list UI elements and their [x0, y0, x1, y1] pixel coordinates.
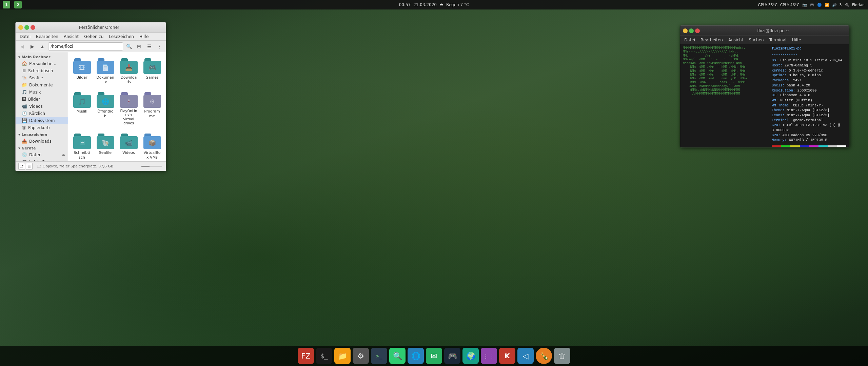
steam-icon: 🎮 — [448, 352, 457, 360]
file-item-games[interactable]: 🎮 Games — [142, 56, 162, 87]
menu-hilfe[interactable]: Hilfe — [137, 34, 151, 40]
taskbar-finder[interactable]: 🔍 — [389, 348, 406, 364]
sidebar-header-lesezeichen[interactable]: ▾ Lesezeichen — [16, 131, 68, 138]
search-button[interactable]: 🔍 — [124, 42, 133, 51]
sidebar-item-daten[interactable]: 💿 Daten ⏏ — [16, 151, 68, 158]
panel-user: Florian — [852, 3, 865, 7]
neofetch-info-os: OS: Linux Mint 19.3 Tricia x86_64 — [772, 58, 846, 63]
taskbar-code[interactable]: ◁ — [517, 348, 534, 364]
terminal-window: flozi@flozi-pc:~ Datei Bearbeiten Ansich… — [680, 25, 849, 147]
minimize-button[interactable] — [683, 28, 688, 33]
menu-button[interactable]: ⋮ — [155, 42, 164, 51]
color-swatch — [781, 145, 791, 147]
list-view-button[interactable]: ☰ — [145, 42, 154, 51]
file-item-playonlinux[interactable]: 🍷 PlayOnLinux'svirtual drives — [118, 89, 139, 128]
taskbar-files[interactable]: 📁 — [334, 348, 351, 364]
fm-content: 🖼 Bilder 📄 Dokumente 📥 — [68, 52, 166, 161]
trash-icon: 🗑 — [558, 352, 566, 360]
folder-icon: ⚙ — [143, 92, 161, 108]
sidebar-item-musik[interactable]: 🎵 Musik — [16, 88, 68, 96]
maximize-button[interactable] — [24, 25, 29, 30]
taskbar-terminal[interactable]: $_ — [316, 348, 332, 364]
folder-icon: 📄 — [97, 58, 114, 74]
file-item-virtualbox[interactable]: 📦 VirtualBox VMs — [142, 131, 162, 161]
term-menu-suchen[interactable]: Suchen — [747, 37, 766, 43]
workspace-1[interactable]: 1 — [3, 1, 10, 8]
sidebar-item-dokumente[interactable]: 📁 Dokumente — [16, 81, 68, 88]
sidebar-item-downloads[interactable]: 📥 Downloads — [16, 138, 68, 145]
sidebar-item-kuerzlich[interactable]: 🕐 Kürzlich — [16, 110, 68, 117]
window-controls — [18, 25, 35, 30]
maximize-button[interactable] — [689, 28, 694, 33]
workspace-2[interactable]: 2 — [14, 1, 22, 8]
file-item-bilder[interactable]: 🖼 Bilder — [72, 56, 92, 87]
sidebar-item-seafile[interactable]: 🐚 Seafile — [16, 74, 68, 81]
file-item-videos[interactable]: 📹 Videos — [118, 131, 139, 161]
close-button[interactable] — [31, 25, 35, 30]
panel-workspaces: 1 2 — [0, 1, 22, 8]
sidebar-item-persoenlich[interactable]: 🏠 Persönliche... — [16, 60, 68, 67]
sidebar-item-bilder[interactable]: 🖼 Bilder — [16, 96, 68, 103]
sidebar-item-lutris[interactable]: 🎮 Lutris Games ⏏ — [16, 158, 68, 161]
file-item-schreibtisch[interactable]: 🖥 Schreibtisch — [72, 131, 92, 161]
browser-icon: 🌐 — [411, 352, 420, 360]
close-button[interactable] — [695, 28, 700, 33]
fm-statusbar: 1c ☰ 13 Objekte, freier Speicherplatz: 3… — [16, 161, 166, 171]
taskbar-filezilla[interactable]: FZ — [298, 348, 314, 364]
taskbar-mail[interactable]: ✉ — [426, 348, 442, 364]
forward-button[interactable]: ▶ — [28, 42, 37, 51]
sidebar-item-schreibtisch[interactable]: 🖥 Schreibtisch — [16, 67, 68, 74]
taskbar-trash[interactable]: 🗑 — [554, 348, 570, 364]
menu-lesezeichen[interactable]: Lesezeichen — [107, 34, 136, 40]
term-menu-hilfe[interactable]: Hilfe — [790, 37, 803, 43]
folder-icon: 🖼 — [73, 58, 91, 74]
view-list-btn[interactable]: ☰ — [26, 163, 33, 170]
file-item-programme[interactable]: ⚙ Programme — [142, 89, 162, 128]
bottle-icon: 🍾 — [539, 352, 549, 360]
panel-clock: 00:57 21.03.2020 🌧 Regen 7 °C — [399, 2, 469, 7]
menu-gehen-zu[interactable]: Gehen zu — [82, 34, 105, 40]
music-icon: 🎵 — [22, 89, 27, 95]
back-button[interactable]: ◀ — [18, 42, 26, 51]
menu-ansicht[interactable]: Ansicht — [62, 34, 81, 40]
grid-view-button[interactable]: ⊞ — [135, 42, 143, 51]
taskbar-settings[interactable]: ⚙ — [353, 348, 369, 364]
zoom-slider[interactable] — [141, 166, 162, 167]
sidebar-label: Persönliche... — [29, 61, 56, 66]
menu-bearbeiten[interactable]: Bearbeiten — [34, 34, 60, 40]
apps-icon: ⋮⋮ — [483, 352, 495, 360]
taskbar-browser[interactable]: 🌐 — [408, 348, 424, 364]
taskbar-apps[interactable]: ⋮⋮ — [481, 348, 497, 364]
file-item-dokumente[interactable]: 📄 Dokumente — [95, 56, 116, 87]
sidebar-item-papierkorb[interactable]: 🗑 Papierkorb — [16, 124, 68, 131]
terminal-body[interactable]: MMMMMMMMMMMMMMMMMMMMMMMMMMMMMnds+. MNm--… — [680, 44, 849, 147]
address-bar[interactable]: /home/flozi — [48, 42, 123, 50]
sidebar-item-videos[interactable]: 📹 Videos — [16, 103, 68, 110]
pictures-icon: 🖼 — [22, 97, 26, 102]
file-item-seafile[interactable]: 🐚 Seafile — [95, 131, 116, 161]
code-icon: ◁ — [523, 352, 529, 360]
view-small-btn[interactable]: 1c — [18, 163, 25, 170]
neofetch-info-icons: Icons: Mint-Y-Aqua [GTK2/3] — [772, 113, 846, 118]
volume-icon: 🔊 — [832, 3, 837, 7]
term-menu-ansicht[interactable]: Ansicht — [726, 37, 745, 43]
file-item-downloads[interactable]: 📥 Downloads — [118, 56, 139, 87]
taskbar-globe[interactable]: 🌍 — [462, 348, 479, 364]
taskbar-bottle[interactable]: 🍾 — [536, 348, 552, 364]
taskbar-terminal2[interactable]: >_ — [371, 348, 387, 364]
term-menu-terminal[interactable]: Terminal — [767, 37, 789, 43]
term-menu-datei[interactable]: Datei — [682, 37, 697, 43]
sidebar-item-dateisystem[interactable]: 💾 Dateisystem — [16, 117, 68, 124]
up-button[interactable]: ▲ — [38, 42, 47, 51]
menu-datei[interactable]: Datei — [18, 34, 33, 40]
sidebar-header-mein-rechner[interactable]: ▾ Mein Rechner — [16, 54, 68, 60]
file-item-oeffentlich[interactable]: 🌐 Öffentlich — [95, 89, 116, 128]
sidebar-section-label: Mein Rechner — [22, 55, 51, 59]
taskbar-k[interactable]: K — [499, 348, 515, 364]
term-menu-bearbeiten[interactable]: Bearbeiten — [698, 37, 725, 43]
minimize-button[interactable] — [18, 25, 23, 30]
taskbar-steam[interactable]: 🎮 — [444, 348, 460, 364]
folder-icon: 🍷 — [120, 92, 138, 108]
file-item-musik[interactable]: 🎵 Musik — [72, 89, 92, 128]
sidebar-header-geraete[interactable]: ▾ Geräte — [16, 145, 68, 151]
